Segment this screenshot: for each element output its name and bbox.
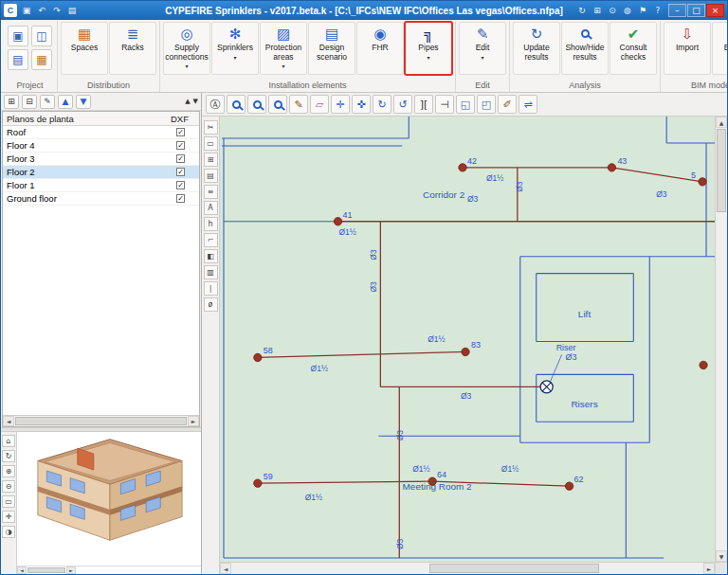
sprinkler-node[interactable] <box>462 348 469 355</box>
dxf-checkbox[interactable]: ✓ <box>176 141 185 150</box>
resources-icon[interactable]: ▦ <box>31 49 52 70</box>
flag-icon[interactable]: ⚑ <box>636 5 649 17</box>
layers-icon[interactable]: ▤ <box>204 169 218 183</box>
zoom-window-icon[interactable] <box>227 95 246 114</box>
pan-icon[interactable]: ✛ <box>2 511 15 523</box>
undo-icon[interactable]: ↶ <box>35 5 48 17</box>
grid-icon[interactable]: ⊞ <box>204 153 218 167</box>
hatch-icon[interactable]: ▥ <box>204 265 218 279</box>
floor-plan-drawing[interactable]: Corridor 2Ø3Ø1½Ø3Ø1½Ø3Ø3Ø3Ø1½Ø1½Ø3Ø3Ø3Ø1… <box>220 117 715 562</box>
scroll-thumb[interactable] <box>717 129 726 212</box>
canvas-vscrollbar[interactable]: ▲ ▼ <box>715 117 727 562</box>
app-icon[interactable]: C <box>4 4 17 17</box>
sprinkler-node[interactable] <box>699 178 706 186</box>
zoom-out-icon[interactable]: ⊖ <box>2 480 15 493</box>
floor-row-floor-2[interactable]: Floor 2✓ <box>3 166 199 179</box>
rectangle-icon[interactable]: ▭ <box>204 136 218 151</box>
scroll-thumb[interactable] <box>15 417 187 425</box>
redo-icon[interactable]: ↷ <box>50 5 64 17</box>
rotate-icon[interactable]: ↻ <box>373 95 391 114</box>
open-job-icon[interactable]: ◫ <box>31 26 52 46</box>
dxf-checkbox[interactable]: ✓ <box>176 181 185 189</box>
zoom-text-icon[interactable]: Ⓐ <box>206 95 225 114</box>
move-up-icon[interactable]: ▲ <box>58 95 73 109</box>
shading-icon[interactable]: ◑ <box>2 526 15 538</box>
scroll-thumb[interactable] <box>27 567 65 573</box>
dxf-checkbox[interactable]: ✓ <box>176 128 185 136</box>
sort-down-icon[interactable]: ▼ <box>193 98 198 105</box>
new-job-icon[interactable]: ▣ <box>8 26 28 46</box>
building-3d-preview[interactable] <box>17 432 201 566</box>
copy-icon[interactable]: ◰ <box>477 95 496 114</box>
racks-button[interactable]: ≣Racks <box>109 22 156 75</box>
add-plan-icon[interactable]: ⊞ <box>4 95 19 109</box>
dxf-checkbox[interactable]: ✓ <box>176 168 185 176</box>
fhr-button[interactable]: ◉FHR <box>356 22 404 75</box>
pin-icon[interactable]: ✐ <box>498 95 517 114</box>
angle-icon[interactable]: ⌐ <box>204 233 218 247</box>
orbit-icon[interactable]: ↻ <box>2 450 15 462</box>
globe-icon[interactable]: ◍ <box>621 5 634 17</box>
export-button[interactable]: ⇧Export <box>712 22 728 75</box>
scroll-left-icon[interactable]: ◄ <box>17 566 27 574</box>
erase-icon[interactable]: ▱ <box>310 95 329 114</box>
sort-up-icon[interactable]: ▲ <box>185 98 190 105</box>
height-icon[interactable]: h <box>204 217 218 231</box>
edit-plan-icon[interactable]: ✎ <box>40 95 55 109</box>
text-icon[interactable]: A <box>204 201 218 215</box>
scroll-right-icon[interactable]: ► <box>188 416 199 426</box>
move-icon[interactable]: ✛ <box>331 95 350 114</box>
list-icon[interactable]: ≡ <box>204 185 218 199</box>
move-down-icon[interactable]: ▼ <box>76 95 91 109</box>
spaces-button[interactable]: ▦Spaces <box>61 22 108 75</box>
sprinkler-node[interactable] <box>565 482 573 490</box>
design-scenario-button[interactable]: ▤Design scenario <box>308 22 355 75</box>
zoom-extents-icon[interactable] <box>268 95 287 114</box>
floor-row-floor-3[interactable]: Floor 3✓ <box>3 153 199 166</box>
scroll-thumb[interactable] <box>429 564 599 573</box>
floor-row-floor-1[interactable]: Floor 1✓ <box>3 179 199 192</box>
scroll-left-icon[interactable]: ◄ <box>220 563 231 574</box>
search-icon[interactable]: ⊙ <box>606 5 619 17</box>
pipes-button[interactable]: ╗Pipes▾ <box>405 22 452 75</box>
floor-list-hscrollbar[interactable]: ◄ ► <box>3 415 199 426</box>
scroll-down-icon[interactable]: ▼ <box>716 550 727 562</box>
window-layout-icon[interactable]: ⊞ <box>591 5 604 17</box>
model-3d-hscrollbar[interactable]: ◄ ► <box>17 566 201 574</box>
delete-plan-icon[interactable]: ⊟ <box>22 95 37 109</box>
minimize-button[interactable]: – <box>668 4 686 17</box>
scroll-left-icon[interactable]: ◄ <box>3 416 14 426</box>
floor-row-ground-floor[interactable]: Ground floor✓ <box>3 192 199 206</box>
floor-row-roof[interactable]: Roof✓ <box>3 126 199 139</box>
trim-icon[interactable]: ⊣ <box>435 95 454 114</box>
home-view-icon[interactable]: ⌂ <box>2 435 15 447</box>
consult-checks-button[interactable]: ✔Consult checks <box>610 22 657 75</box>
edit-button[interactable]: ✎Edit▾ <box>459 22 506 75</box>
sprinkler-node[interactable] <box>334 218 341 225</box>
sprinkler-node[interactable] <box>608 164 615 171</box>
canvas-hscrollbar[interactable]: ◄ ► <box>220 562 727 574</box>
cut-icon[interactable]: ✂ <box>204 120 218 135</box>
floor-row-floor-4[interactable]: Floor 4✓ <box>3 139 199 153</box>
print-icon[interactable]: ▤ <box>65 5 79 17</box>
sprinkler-node[interactable] <box>254 353 262 361</box>
scroll-up-icon[interactable]: ▲ <box>716 117 727 128</box>
supply-connections-button[interactable]: ◎Supply connections▾ <box>163 22 210 75</box>
save-icon[interactable]: ▣ <box>20 5 33 17</box>
zoom-window-icon[interactable]: ▭ <box>2 495 15 508</box>
sprinkler-node[interactable] <box>428 477 436 485</box>
dxf-checkbox[interactable]: ✓ <box>176 194 185 203</box>
update-results-button[interactable]: ↻Update results <box>513 22 560 75</box>
fill-icon[interactable]: ◧ <box>204 249 218 263</box>
scroll-right-icon[interactable]: ► <box>703 563 715 574</box>
rotate-copy-icon[interactable]: ↺ <box>393 95 412 114</box>
sprinklers-button[interactable]: ✻Sprinklers▾ <box>211 22 259 75</box>
close-button[interactable]: × <box>706 4 724 17</box>
move-point-icon[interactable]: ✜ <box>352 95 371 114</box>
help-icon[interactable]: ? <box>651 5 664 17</box>
scroll-right-icon[interactable]: ► <box>66 566 76 574</box>
maximize-button[interactable]: □ <box>687 4 705 17</box>
edit-pencil-icon[interactable]: ✎ <box>289 95 308 114</box>
sprinkler-node[interactable] <box>254 479 262 487</box>
stretch-icon[interactable]: ][ <box>414 95 433 114</box>
